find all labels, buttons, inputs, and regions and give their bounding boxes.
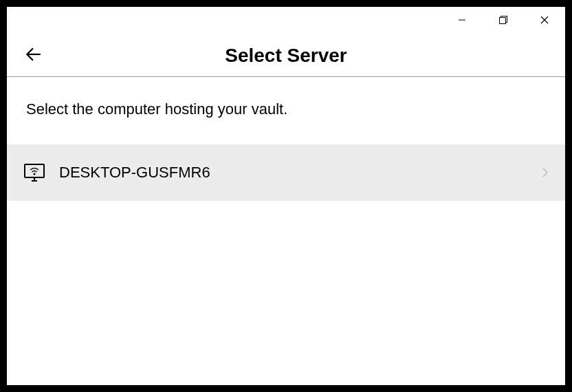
minimize-button[interactable]: [441, 7, 483, 34]
server-item[interactable]: DESKTOP-GUSFMR6: [7, 144, 565, 201]
back-button[interactable]: [19, 42, 47, 69]
close-button[interactable]: [524, 7, 565, 34]
svg-rect-2: [500, 18, 506, 24]
server-name: DESKTOP-GUSFMR6: [59, 164, 542, 182]
chevron-right-icon: [542, 167, 549, 178]
page-title: Select Server: [225, 45, 346, 67]
computer-wifi-icon: [23, 162, 45, 184]
maximize-button[interactable]: [483, 7, 524, 34]
content-area: Select the computer hosting your vault. …: [7, 77, 565, 385]
app-window: Select Server Select the computer hostin…: [7, 7, 565, 385]
titlebar: [7, 7, 565, 34]
page-header: Select Server: [7, 34, 565, 77]
back-arrow-icon: [24, 45, 42, 66]
maximize-icon: [499, 14, 507, 27]
svg-point-9: [34, 173, 36, 175]
minimize-icon: [458, 14, 466, 27]
close-icon: [540, 14, 549, 27]
instruction-text: Select the computer hosting your vault.: [7, 77, 565, 144]
